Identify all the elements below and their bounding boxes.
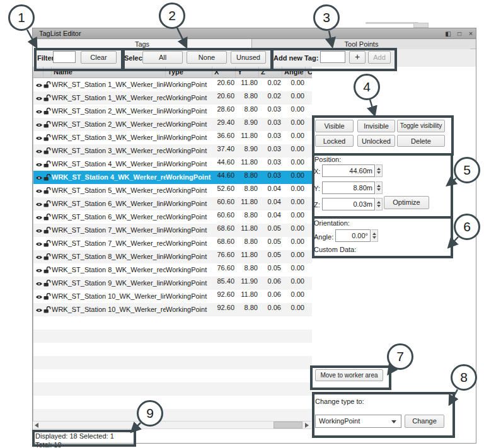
spin-up-icon[interactable]: [377, 201, 381, 204]
tag-x: 20.60: [212, 91, 234, 105]
add-button[interactable]: Add: [368, 51, 391, 64]
select-unused-button[interactable]: Unused: [231, 51, 266, 64]
visible-button[interactable]: Visible: [315, 120, 354, 132]
position-y-spinner[interactable]: [376, 181, 383, 194]
tag-y: 11.80: [236, 131, 258, 144]
tag-name: WRK_ST_Station 10_WK_Werker_rechts: [52, 303, 166, 316]
tag-y: 11.90: [236, 277, 258, 290]
tag-z: 0.03: [259, 158, 281, 171]
tag-x: 28.60: [212, 105, 234, 118]
table-row[interactable]: WRK_ST_Station 8_WK_Werker_rechts Workin…: [33, 263, 312, 277]
scrollbar-thumb[interactable]: [274, 422, 302, 428]
tag-name: WRK_ST_Station 2_WK_Werker_links: [52, 105, 166, 118]
tag-type: WorkingPoint: [166, 224, 212, 237]
table-row[interactable]: WRK_ST_Station 6_WK_Werker_rechts Workin…: [33, 210, 312, 224]
tag-name: WRK_ST_Station 8_WK_Werker_rechts: [52, 263, 166, 277]
move-to-worker-area-button[interactable]: Move to worker area: [315, 369, 383, 381]
tag-name: WRK_ST_Station 7_WK_Werker_links: [52, 224, 166, 237]
tab-tags[interactable]: Tags: [33, 39, 252, 49]
locked-button[interactable]: Locked: [315, 135, 354, 147]
table-row[interactable]: WRK_ST_Station 9_WK_Werker_links Working…: [33, 277, 312, 290]
header-angle[interactable]: Angle: [282, 67, 306, 78]
tag-angle: 0.00: [282, 224, 304, 237]
tag-z: 0.03: [259, 131, 281, 144]
tag-z: 0.05: [259, 224, 281, 237]
table-row[interactable]: WRK_ST_Station 3_WK_Werker_links Working…: [33, 131, 312, 144]
clear-button[interactable]: Clear: [81, 51, 117, 64]
title-bar[interactable]: [33, 28, 476, 39]
tag-z: 0.02: [259, 78, 281, 91]
tag-z: 0.04: [259, 184, 281, 197]
table-row[interactable]: WRK_ST_Station 7_WK_Werker_links Working…: [33, 224, 312, 237]
spin-down-icon[interactable]: [377, 171, 381, 174]
filter-input[interactable]: [53, 51, 76, 63]
unlocked-button[interactable]: Unlocked: [357, 135, 395, 147]
position-y-label: Y:: [314, 184, 320, 193]
tag-type: WorkingPoint: [166, 91, 212, 105]
table-row[interactable]: WRK_ST_Station 5_WK_Werker_rechts Workin…: [33, 184, 312, 197]
unlock-icon[interactable]: [43, 303, 52, 319]
table-row[interactable]: WRK_ST_Station 4_WK_Werker_rechts Workin…: [33, 171, 312, 184]
change-type-dropdown[interactable]: WorkingPoint: [315, 415, 401, 428]
table-row[interactable]: WRK_ST_Station 3_WK_Werker_rechts Workin…: [33, 144, 312, 158]
table-row[interactable]: WRK_ST_Station 2_WK_Werker_rechts Workin…: [33, 118, 312, 131]
table-row[interactable]: WRK_ST_Station 4_WK_Werker_links Working…: [33, 158, 312, 171]
position-z-spinner[interactable]: [376, 198, 383, 210]
change-type-label: Change type to:: [315, 397, 364, 406]
position-x-spinner[interactable]: [376, 164, 383, 177]
select-all-button[interactable]: All: [142, 51, 183, 64]
position-x-input[interactable]: 44.60m: [322, 164, 375, 177]
optimize-button[interactable]: Optimize: [384, 196, 429, 209]
angle-spinner[interactable]: [371, 229, 378, 242]
table-row[interactable]: WRK_ST_Station 10_WK_Werker_rechts Worki…: [33, 303, 312, 316]
header-custom[interactable]: Cu: [306, 67, 312, 78]
select-none-button[interactable]: None: [187, 51, 227, 64]
add-tag-input[interactable]: [320, 51, 345, 63]
spin-down-icon[interactable]: [377, 188, 381, 191]
table-row[interactable]: WRK_ST_Station 10_WK_Werker_links Workin…: [33, 290, 312, 303]
plus-button[interactable]: +: [349, 51, 366, 64]
spin-down-icon[interactable]: [372, 236, 376, 239]
restore-icon[interactable]: ◧: [444, 30, 452, 38]
header-z[interactable]: Z: [259, 67, 282, 78]
horizontal-scrollbar[interactable]: [33, 421, 311, 429]
tag-type: WorkingPoint: [166, 184, 212, 197]
tag-x: 29.40: [212, 118, 234, 131]
header-x[interactable]: X: [212, 67, 236, 78]
header-name[interactable]: Name: [52, 67, 166, 78]
delete-button[interactable]: Delete: [397, 135, 445, 147]
tab-tool-points[interactable]: Tool Points: [253, 39, 470, 49]
callout-6: 6: [454, 214, 480, 240]
invisible-button[interactable]: Invisible: [357, 120, 395, 132]
angle-input[interactable]: 0.00°: [335, 229, 371, 242]
spin-up-icon[interactable]: [377, 168, 381, 170]
table-row[interactable]: WRK_ST_Station 1_WK_Werker_rechts Workin…: [33, 91, 312, 105]
change-button[interactable]: Change: [405, 415, 444, 428]
table-row[interactable]: WRK_ST_Station 2_WK_Werker_links Working…: [33, 105, 312, 118]
scroll-left-icon[interactable]: [35, 423, 38, 428]
maximize-icon[interactable]: □: [455, 30, 464, 38]
spin-up-icon[interactable]: [372, 233, 376, 235]
scroll-right-icon[interactable]: [305, 423, 309, 428]
close-icon[interactable]: ×: [466, 30, 475, 38]
position-y-input[interactable]: 8.80m: [322, 181, 375, 194]
tag-x: 60.60: [212, 197, 234, 210]
spin-up-icon[interactable]: [377, 185, 381, 187]
table-row[interactable]: WRK_ST_Station 8_WK_Werker_links Working…: [33, 250, 312, 263]
orientation-label: Orientation:: [314, 219, 350, 227]
position-z-input[interactable]: 0.03m: [322, 198, 375, 210]
toggle-visibility-button[interactable]: Toggle visibility: [397, 120, 445, 132]
header-y[interactable]: Y: [236, 67, 259, 78]
tag-name: WRK_ST_Station 7_WK_Werker_rechts: [52, 237, 166, 250]
header-type[interactable]: Type: [166, 67, 212, 78]
eye-icon[interactable]: [35, 303, 43, 320]
table-body: WRK_ST_Station 1_WK_Werker_links Working…: [33, 78, 312, 421]
table-row[interactable]: WRK_ST_Station 6_WK_Werker_links Working…: [33, 197, 312, 210]
tag-type: WorkingPoint: [166, 263, 212, 277]
tag-angle: 0.00: [282, 105, 304, 118]
tag-z: 0.03: [259, 105, 281, 118]
callout-8: 8: [451, 364, 477, 391]
spin-down-icon[interactable]: [377, 205, 381, 207]
table-row[interactable]: WRK_ST_Station 7_WK_Werker_rechts Workin…: [33, 237, 312, 250]
table-row[interactable]: WRK_ST_Station 1_WK_Werker_links Working…: [33, 78, 312, 91]
